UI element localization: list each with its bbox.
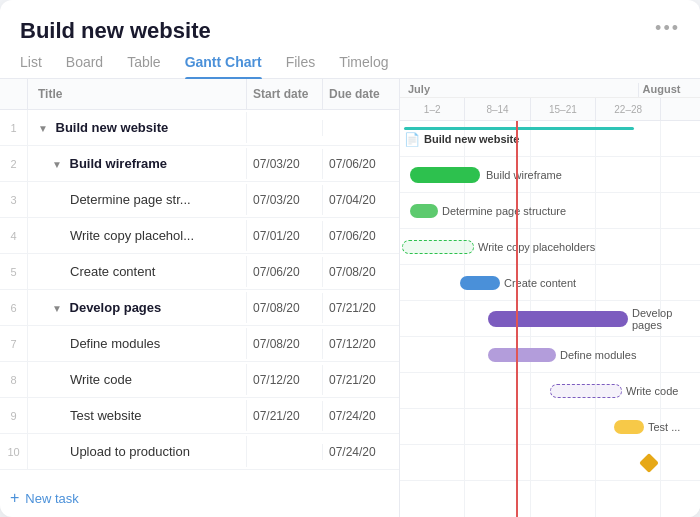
tab-table[interactable]: Table: [127, 54, 160, 78]
gantt-bar-label: Write code: [626, 385, 678, 397]
gantt-week-5: [661, 98, 700, 120]
tab-bar: List Board Table Gantt Chart Files Timel…: [0, 44, 700, 79]
app-window: Build new website ••• List Board Table G…: [0, 0, 700, 517]
gantt-row: [400, 445, 700, 481]
row-title: Upload to production: [28, 436, 247, 467]
gantt-week-3: 15–21: [531, 98, 596, 120]
col-start-header: Start date: [247, 79, 323, 109]
table-body: 1 ▼ Build new website 2 ▼ Build wirefram…: [0, 110, 399, 479]
row-start-date: 07/08/20: [247, 293, 323, 323]
gantt-bar-build-new-website: [404, 127, 634, 130]
table-row[interactable]: 6 ▼ Develop pages 07/08/20 07/21/20: [0, 290, 399, 326]
table-row[interactable]: 1 ▼ Build new website: [0, 110, 399, 146]
row-number: 3: [0, 182, 28, 217]
col-title-header: Title: [28, 79, 247, 109]
table-row[interactable]: 8 Write code 07/12/20 07/21/20: [0, 362, 399, 398]
col-num-header: [0, 79, 28, 109]
document-icon: 📄: [404, 131, 420, 146]
row-number: 9: [0, 398, 28, 433]
today-line: [516, 121, 518, 517]
table-row[interactable]: 5 Create content 07/06/20 07/08/20: [0, 254, 399, 290]
task-table: Title Start date Due date 1 ▼ Build new …: [0, 79, 400, 517]
row-due-date: 07/06/20: [323, 149, 399, 179]
gantt-month-august: August: [639, 83, 700, 97]
page-header: Build new website •••: [0, 0, 700, 44]
row-due-date: 07/08/20: [323, 257, 399, 287]
row-due-date: 07/06/20: [323, 221, 399, 251]
gantt-row: Write code: [400, 373, 700, 409]
gantt-bar-label: Develop pages: [632, 307, 700, 331]
row-title: ▼ Build new website: [28, 112, 247, 143]
row-title: Create content: [28, 256, 247, 287]
row-number: 8: [0, 362, 28, 397]
gantt-week-1: 1–2: [400, 98, 465, 120]
gantt-bar-develop-pages: [488, 311, 628, 327]
main-content: Title Start date Due date 1 ▼ Build new …: [0, 79, 700, 517]
gantt-chart: July August 1–2 8–14 15–21 22–28: [400, 79, 700, 517]
gantt-bar-label: Create content: [504, 277, 576, 289]
row-start-date: 07/03/20: [247, 149, 323, 179]
row-due-date: 07/04/20: [323, 185, 399, 215]
gantt-row: Define modules: [400, 337, 700, 373]
row-due-date: 07/24/20: [323, 437, 399, 467]
row-number: 6: [0, 290, 28, 325]
gantt-week-2: 8–14: [465, 98, 530, 120]
row-title: Determine page str...: [28, 184, 247, 215]
gantt-row: Build wireframe: [400, 157, 700, 193]
tab-gantt[interactable]: Gantt Chart: [185, 54, 262, 78]
gantt-row: Develop pages: [400, 301, 700, 337]
row-start-date: 07/08/20: [247, 329, 323, 359]
new-task-row[interactable]: + New task: [0, 479, 399, 517]
gantt-month-july: July: [400, 83, 639, 97]
table-row[interactable]: 9 Test website 07/21/20 07/24/20: [0, 398, 399, 434]
row-number: 4: [0, 218, 28, 253]
gantt-bar-label: Test ...: [648, 421, 680, 433]
row-due-date: 07/24/20: [323, 401, 399, 431]
row-start-date: [247, 120, 323, 136]
gantt-week-4: 22–28: [596, 98, 661, 120]
row-start-date: 07/21/20: [247, 401, 323, 431]
row-start-date: [247, 444, 323, 460]
col-due-header: Due date: [323, 79, 399, 109]
row-due-date: 07/12/20: [323, 329, 399, 359]
gantt-body: 📄 Build new website Build wireframe Dete…: [400, 121, 700, 517]
gantt-row: Determine page structure: [400, 193, 700, 229]
table-row[interactable]: 2 ▼ Build wireframe 07/03/20 07/06/20: [0, 146, 399, 182]
gantt-row: Test ...: [400, 409, 700, 445]
tab-timelog[interactable]: Timelog: [339, 54, 388, 78]
gantt-row: Write copy placeholders: [400, 229, 700, 265]
gantt-bar-label: Determine page structure: [442, 205, 566, 217]
gantt-bar-label: Define modules: [560, 349, 636, 361]
row-number: 5: [0, 254, 28, 289]
row-title: Write copy placehol...: [28, 220, 247, 251]
gantt-bar-label: Build new website: [424, 133, 519, 145]
row-start-date: 07/03/20: [247, 185, 323, 215]
table-row[interactable]: 3 Determine page str... 07/03/20 07/04/2…: [0, 182, 399, 218]
row-due-date: 07/21/20: [323, 293, 399, 323]
gantt-bar-create-content: [460, 276, 500, 290]
tab-files[interactable]: Files: [286, 54, 316, 78]
table-row[interactable]: 4 Write copy placehol... 07/01/20 07/06/…: [0, 218, 399, 254]
gantt-milestone-upload: [639, 453, 659, 473]
gantt-bar-build-wireframe: [410, 167, 480, 183]
gantt-bar-write-code: [550, 384, 622, 398]
row-number: 1: [0, 110, 28, 145]
table-row[interactable]: 7 Define modules 07/08/20 07/12/20: [0, 326, 399, 362]
more-options-icon[interactable]: •••: [655, 18, 680, 39]
table-row[interactable]: 10 Upload to production 07/24/20: [0, 434, 399, 470]
tab-board[interactable]: Board: [66, 54, 103, 78]
row-due-date: 07/21/20: [323, 365, 399, 395]
row-start-date: 07/06/20: [247, 257, 323, 287]
row-start-date: 07/12/20: [247, 365, 323, 395]
plus-icon: +: [10, 489, 19, 507]
gantt-row: Create content: [400, 265, 700, 301]
row-number: 10: [0, 434, 28, 469]
page-title: Build new website: [20, 18, 211, 44]
gantt-bar-define-modules: [488, 348, 556, 362]
gantt-row: 📄 Build new website: [400, 121, 700, 157]
gantt-bar-label: Write copy placeholders: [478, 241, 595, 253]
row-number: 2: [0, 146, 28, 181]
tab-list[interactable]: List: [20, 54, 42, 78]
gantt-bar-test-website: [614, 420, 644, 434]
table-header-row: Title Start date Due date: [0, 79, 399, 110]
